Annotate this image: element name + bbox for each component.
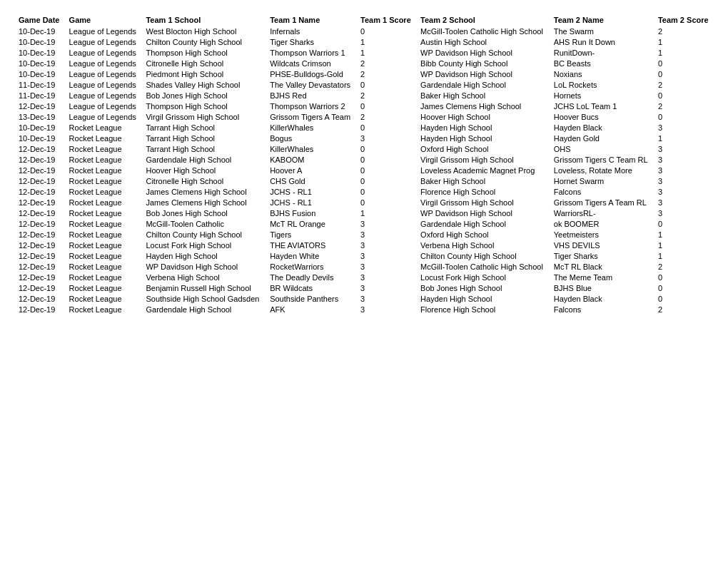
table-cell: Hoover High School xyxy=(141,165,266,175)
table-cell: Grissom Tigers A Team xyxy=(266,111,356,122)
table-cell: 12-Dec-19 xyxy=(14,229,65,240)
table-cell: WP Davidson High School xyxy=(141,261,266,272)
table-cell: Gardendale High School xyxy=(141,304,266,315)
table-cell: 12-Dec-19 xyxy=(14,101,65,111)
table-cell: 2 xyxy=(356,111,416,122)
table-cell: 2 xyxy=(654,261,714,272)
table-cell: 1 xyxy=(654,36,714,47)
table-cell: Chilton County High School xyxy=(141,229,266,240)
table-cell: Rocket League xyxy=(65,197,142,208)
table-cell: 2 xyxy=(356,58,416,68)
table-cell: Southside Panthers xyxy=(266,293,356,304)
table-cell: 3 xyxy=(356,133,416,143)
table-cell: Bob Jones High School xyxy=(416,282,550,293)
table-cell: Oxford High School xyxy=(416,229,550,240)
table-cell: 12-Dec-19 xyxy=(14,304,65,315)
table-cell: 3 xyxy=(654,165,714,175)
table-row: 12-Dec-19Rocket LeagueHayden High School… xyxy=(14,250,714,261)
table-row: 12-Dec-19Rocket LeagueJames Clemens High… xyxy=(14,186,714,197)
table-cell: Thompson High School xyxy=(141,101,266,111)
table-row: 12-Dec-19Rocket LeagueChilton County Hig… xyxy=(14,229,714,240)
table-cell: 2 xyxy=(654,101,714,111)
table-cell: 3 xyxy=(654,197,714,208)
table-cell: Baker High School xyxy=(416,175,550,186)
table-cell: Bogus xyxy=(266,133,356,143)
table-cell: Rocket League xyxy=(65,154,142,165)
table-cell: BJHS Blue xyxy=(550,282,654,293)
table-cell: Rocket League xyxy=(65,218,142,229)
table-cell: Noxians xyxy=(550,68,654,79)
table-cell: Oxford High School xyxy=(416,143,550,154)
table-cell: 3 xyxy=(654,186,714,197)
table-cell: Hayden High School xyxy=(416,122,550,133)
table-cell: BR Wildcats xyxy=(266,282,356,293)
table-cell: Hornets xyxy=(550,90,654,101)
table-cell: Hayden High School xyxy=(141,250,266,261)
table-cell: Locust Fork High School xyxy=(141,240,266,250)
table-cell: 0 xyxy=(356,101,416,111)
table-cell: THE AVIATORS xyxy=(266,240,356,250)
table-cell: Rocket League xyxy=(65,261,142,272)
table-row: 10-Dec-19League of LegendsThompson High … xyxy=(14,47,714,58)
table-row: 12-Dec-19League of LegendsThompson High … xyxy=(14,101,714,111)
table-cell: McGill-Toolen Catholic High School xyxy=(416,26,550,36)
table-row: 12-Dec-19Rocket LeagueGardendale High Sc… xyxy=(14,304,714,315)
table-row: 12-Dec-19Rocket LeagueMcGill-Toolen Cath… xyxy=(14,218,714,229)
table-row: 10-Dec-19League of LegendsPiedmont High … xyxy=(14,68,714,79)
table-cell: 12-Dec-19 xyxy=(14,165,65,175)
table-cell: 3 xyxy=(654,175,714,186)
table-cell: Falcons xyxy=(550,304,654,315)
table-row: 12-Dec-19Rocket LeagueCitronelle High Sc… xyxy=(14,175,714,186)
table-cell: League of Legends xyxy=(65,68,142,79)
table-cell: 1 xyxy=(356,47,416,58)
table-cell: 12-Dec-19 xyxy=(14,208,65,218)
table-cell: Thompson High School xyxy=(141,47,266,58)
table-cell: Rocket League xyxy=(65,282,142,293)
table-cell: Thompson Warriors 2 xyxy=(266,101,356,111)
table-cell: Rocket League xyxy=(65,304,142,315)
table-cell: League of Legends xyxy=(65,26,142,36)
table-cell: Rocket League xyxy=(65,175,142,186)
table-cell: League of Legends xyxy=(65,79,142,90)
table-cell: 0 xyxy=(654,293,714,304)
table-cell: Gardendale High School xyxy=(416,218,550,229)
table-cell: KillerWhales xyxy=(266,122,356,133)
table-cell: 1 xyxy=(654,47,714,58)
table-cell: 12-Dec-19 xyxy=(14,154,65,165)
table-cell: 11-Dec-19 xyxy=(14,79,65,90)
table-cell: Virgil Grissom High School xyxy=(141,111,266,122)
table-cell: 3 xyxy=(356,229,416,240)
table-cell: 0 xyxy=(654,68,714,79)
table-cell: Rocket League xyxy=(65,272,142,282)
table-cell: Chilton County High School xyxy=(141,36,266,47)
table-cell: 3 xyxy=(654,154,714,165)
table-cell: 1 xyxy=(356,36,416,47)
table-cell: Tarrant High School xyxy=(141,143,266,154)
table-cell: Hayden High School xyxy=(416,293,550,304)
column-header: Game xyxy=(65,14,142,26)
table-row: 12-Dec-19Rocket LeagueBob Jones High Sch… xyxy=(14,208,714,218)
table-cell: 1 xyxy=(654,133,714,143)
table-cell: Bibb County High School xyxy=(416,58,550,68)
table-cell: 3 xyxy=(356,272,416,282)
table-cell: BJHS Red xyxy=(266,90,356,101)
table-row: 10-Dec-19League of LegendsCitronelle Hig… xyxy=(14,58,714,68)
table-cell: KABOOM xyxy=(266,154,356,165)
table-cell: 12-Dec-19 xyxy=(14,175,65,186)
table-cell: WP Davidson High School xyxy=(416,68,550,79)
table-cell: The Meme Team xyxy=(550,272,654,282)
table-cell: 12-Dec-19 xyxy=(14,240,65,250)
table-cell: 12-Dec-19 xyxy=(14,272,65,282)
table-cell: 3 xyxy=(356,261,416,272)
table-cell: 10-Dec-19 xyxy=(14,68,65,79)
table-cell: League of Legends xyxy=(65,47,142,58)
table-cell: 1 xyxy=(654,240,714,250)
table-cell: Verbena High School xyxy=(141,272,266,282)
table-cell: 0 xyxy=(356,122,416,133)
table-cell: Rocket League xyxy=(65,133,142,143)
table-cell: Tigers xyxy=(266,229,356,240)
table-cell: Rocket League xyxy=(65,250,142,261)
column-header: Team 1 School xyxy=(141,14,266,26)
table-cell: Hayden White xyxy=(266,250,356,261)
column-header: Team 2 School xyxy=(416,14,550,26)
